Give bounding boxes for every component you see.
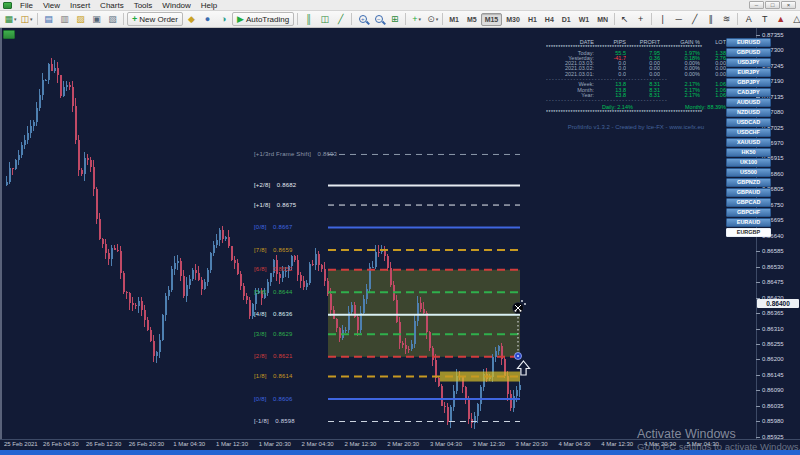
zoom-out-icon[interactable]: − [371,12,386,26]
symbol-button-euraud[interactable]: EURAUD [726,218,771,227]
timeframe-m5[interactable]: M5 [463,13,481,26]
timeframe-h1[interactable]: H1 [524,13,541,26]
murrey-level-label: [3/8] 0.8629 [254,331,293,337]
toolbar-separator [351,13,352,25]
symbol-button-xauusd[interactable]: XAUUSD [726,138,771,147]
price-axis-label: 0.86475 [762,279,784,285]
bar-chart-icon[interactable]: ║ [301,12,316,26]
row-value: 1.06 [700,93,726,98]
chart-window-icon[interactable] [3,30,15,39]
profit-table-header-cell: LOT [700,40,726,45]
zoom-in-icon: + [359,15,367,23]
shapes-icon-glyph: △ [793,12,800,26]
price-axis-label: 0.85980 [762,418,784,424]
symbol-button-gbpnzd[interactable]: GBPNZD [726,178,771,187]
market-watch-icon-glyph: ▤ [44,12,53,26]
symbol-button-hk50[interactable]: HK50 [726,148,771,157]
symbol-button-audusd[interactable]: AUDUSD [726,98,771,107]
toolbar-separator [651,13,652,25]
symbol-button-us500[interactable]: US500 [726,168,771,177]
minimize-button[interactable]: – [749,1,764,9]
profiles-icon[interactable]: ◫▾ [19,12,34,26]
time-axis-label: 26 Feb 12:30 [86,441,121,447]
fibonacci-icon[interactable]: ≋ [719,12,734,26]
symbol-button-gbpusd[interactable]: GBPUSD [726,48,771,57]
new-order-button[interactable]: +New Order [127,12,183,26]
menu-insert[interactable]: Insert [65,0,95,11]
symbol-button-eurgbp[interactable]: EURGBP [726,228,771,237]
symbol-button-uk100[interactable]: UK100 [726,158,771,167]
symbol-button-eurjpy[interactable]: EURJPY [726,68,771,77]
indicators-icon[interactable]: +▾ [409,12,424,26]
trendline-icon[interactable]: ╱ [687,12,702,26]
vertical-line-icon[interactable]: | [655,12,670,26]
zoom-in-icon[interactable]: + [355,12,370,26]
menu-window[interactable]: Window [157,0,195,11]
strategy-tester-icon-glyph: ▧ [108,12,117,26]
autotrading-button[interactable]: ▶AutoTrading [232,12,294,26]
menu-tools[interactable]: Tools [129,0,158,11]
crosshair-icon[interactable]: + [633,12,648,26]
shapes-icon[interactable]: △ [789,12,800,26]
dropdown-caret-icon: ▾ [419,12,422,26]
window-buttons: –□× [749,1,798,9]
menu-view[interactable]: View [38,0,65,11]
accounts-icon[interactable]: ● [200,12,215,26]
data-window-icon-glyph: ▥ [60,12,69,26]
periods-icon[interactable]: ⊙▾ [425,12,440,26]
timeframe-mn[interactable]: MN [593,13,612,26]
symbol-button-usdchf[interactable]: USDCHF [726,128,771,137]
symbol-button-gbpcad[interactable]: GBPCAD [726,198,771,207]
timeframe-m15[interactable]: M15 [481,13,503,26]
text-icon-glyph: A [746,12,752,26]
terminal-icon[interactable]: ▣ [89,12,104,26]
symbol-button-usdcad[interactable]: USDCAD [726,118,771,127]
indicator-diamond-icon-glyph: ◆ [188,12,195,26]
symbol-button-gbpchf[interactable]: GBPCHF [726,208,771,217]
symbol-button-nzdusd[interactable]: NZDUSD [726,108,771,117]
timeframe-h4[interactable]: H4 [541,13,558,26]
murrey-level-label: [-1/8] 0.8598 [254,418,295,424]
timeframe-m1[interactable]: M1 [445,13,463,26]
time-axis-label: 1 Mar 20:30 [259,441,291,447]
text-icon[interactable]: A [741,12,756,26]
equidistant-channel-icon-glyph: ∥ [708,12,713,26]
menu-bar: FileViewInsertChartsToolsWindowHelp –□× [0,0,800,11]
new-chart-icon[interactable]: ▦▾ [3,12,18,26]
symbol-button-gbpaud[interactable]: GBPAUD [726,188,771,197]
close-button[interactable]: × [781,1,796,9]
menu-help[interactable]: Help [196,0,222,11]
trendline-icon-glyph: ╱ [692,12,697,26]
time-axis-label: 4 Mar 12:30 [601,441,633,447]
candlestick-chart-icon[interactable]: ◫ [317,12,332,26]
tile-windows-icon[interactable]: ⊞ [387,12,402,26]
new-order-icon: + [132,14,137,24]
cursor-icon-glyph: ↖ [621,12,629,26]
restore-button[interactable]: □ [765,1,780,9]
new-order-label: New Order [139,15,178,24]
data-window-icon[interactable]: ▥ [57,12,72,26]
text-label-icon[interactable]: T [757,12,772,26]
price-axis-label: 0.86310 [762,326,784,332]
market-watch-icon[interactable]: ▤ [41,12,56,26]
community-icon[interactable]: ◑ [216,12,231,26]
line-chart-icon[interactable]: ╱ [333,12,348,26]
strategy-tester-icon[interactable]: ▧ [105,12,120,26]
menu-charts[interactable]: Charts [95,0,129,11]
toolbar-separator [37,13,38,25]
symbol-button-cadjpy[interactable]: CADJPY [726,88,771,97]
profit-info-panel: DATEPIPSPROFITGAIN %LOT*****************… [546,40,726,130]
menu-file[interactable]: File [15,0,38,11]
symbol-button-usdjpy[interactable]: USDJPY [726,58,771,67]
symbol-button-gbpjpy[interactable]: GBPJPY [726,78,771,87]
navigator-icon[interactable]: ▨ [73,12,88,26]
symbol-button-eurusd[interactable]: EURUSD [726,38,771,47]
cursor-icon[interactable]: ↖ [617,12,632,26]
timeframe-m30[interactable]: M30 [502,13,524,26]
timeframe-w1[interactable]: W1 [575,13,594,26]
horizontal-line-icon[interactable]: ─ [671,12,686,26]
indicator-diamond-icon[interactable]: ◆ [184,12,199,26]
equidistant-channel-icon[interactable]: ∥ [703,12,718,26]
timeframe-d1[interactable]: D1 [558,13,575,26]
arrows-icon[interactable]: ▲ [773,12,788,26]
